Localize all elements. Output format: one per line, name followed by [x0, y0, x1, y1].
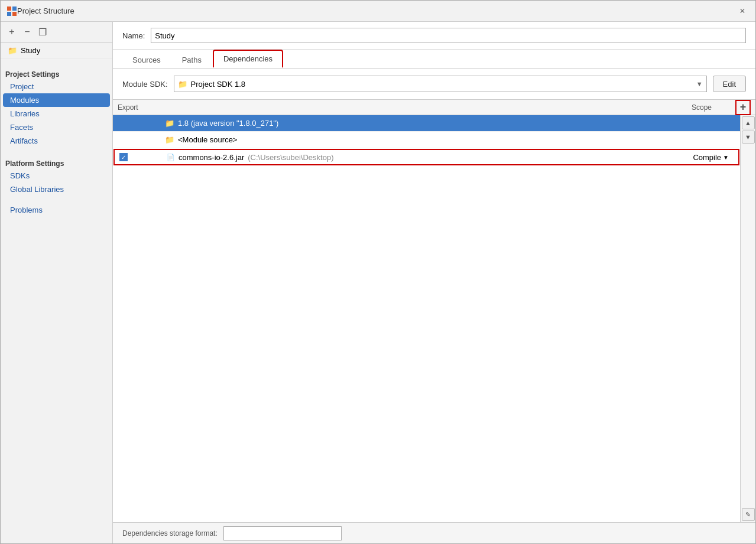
dep-list: 📁 1.8 (java version "1.8.0_271") 📁 [113, 115, 740, 522]
edit-dep-button[interactable]: ✎ [742, 508, 755, 521]
scope-chevron-icon: ▼ [723, 154, 729, 161]
bottom-bar: Dependencies storage format: [113, 522, 755, 543]
sidebar-item-artifacts[interactable]: Artifacts [1, 134, 112, 148]
svg-rect-3 [12, 12, 17, 16]
storage-format-input[interactable] [223, 526, 342, 540]
platform-settings-section: Platform Settings [1, 155, 112, 169]
dep-scope-cell[interactable]: Compile ▼ [663, 153, 734, 162]
sidebar-item-sdks[interactable]: SDKs [1, 169, 112, 183]
sidebar-toolbar: + − ❐ [1, 22, 112, 43]
dep-name-cell: 📁 <Module source> [165, 135, 664, 144]
add-dependency-button[interactable]: + [735, 100, 751, 115]
dep-sidebar-buttons: ▲ ▼ ✎ [740, 115, 755, 522]
sidebar-item-global-libraries[interactable]: Global Libraries [1, 183, 112, 196]
dep-jar-icon: 📄 [167, 154, 175, 161]
bottom-label: Dependencies storage format: [122, 529, 218, 538]
dep-header-scope: Scope [664, 103, 735, 112]
move-up-button[interactable]: ▲ [742, 116, 755, 129]
sidebar-item-libraries[interactable]: Libraries [1, 107, 112, 120]
main-content: + − ❐ 📁 Study Project Settings Project M… [1, 22, 755, 543]
sidebar-divider-3 [1, 196, 112, 203]
sidebar-item-modules[interactable]: Modules [3, 93, 110, 107]
sdk-row: Module SDK: 📁 Project SDK 1.8 ▼ Edit [113, 76, 755, 99]
sidebar-item-project[interactable]: Project [1, 80, 112, 93]
sidebar-divider-2 [1, 148, 112, 155]
svg-rect-0 [7, 6, 11, 11]
dep-folder-icon: 📁 [165, 135, 174, 144]
tab-paths[interactable]: Paths [172, 51, 212, 68]
sdk-folder-icon: 📁 [178, 80, 187, 89]
title-bar-text: Project Structure [17, 6, 735, 15]
tab-sources[interactable]: Sources [122, 51, 171, 68]
module-folder-icon: 📁 [8, 45, 17, 55]
dep-folder-icon: 📁 [165, 119, 174, 128]
remove-module-button[interactable]: − [21, 25, 34, 38]
module-item-study[interactable]: 📁 Study [1, 43, 112, 58]
project-structure-window: Project Structure × + − ❐ 📁 Study Projec… [0, 0, 756, 544]
svg-rect-1 [12, 6, 17, 11]
add-module-button[interactable]: + [5, 25, 18, 38]
dependencies-table: Export Scope + 📁 1.8 (java [113, 99, 755, 522]
close-button[interactable]: × [735, 4, 749, 18]
sdk-label: Module SDK: [122, 80, 168, 89]
dep-header-export: Export [118, 103, 165, 112]
sdk-select-inner: 📁 Project SDK 1.8 [178, 80, 246, 89]
panel-content: Module SDK: 📁 Project SDK 1.8 ▼ Edit Ex [113, 69, 755, 522]
sdk-select[interactable]: 📁 Project SDK 1.8 ▼ [174, 76, 707, 92]
sidebar-divider-1 [1, 58, 112, 66]
move-down-button[interactable]: ▼ [742, 131, 755, 144]
sidebar-item-facets[interactable]: Facets [1, 120, 112, 134]
title-bar: Project Structure × [1, 1, 755, 22]
sidebar-item-problems[interactable]: Problems [1, 203, 112, 217]
sdk-chevron-icon: ▼ [696, 80, 703, 87]
dep-path-text: (C:\Users\subei\Desktop) [248, 153, 333, 162]
name-input[interactable] [151, 28, 746, 43]
project-settings-section: Project Settings [1, 66, 112, 80]
scope-dropdown[interactable]: Compile ▼ [693, 153, 729, 162]
module-item-label: Study [21, 46, 40, 55]
dep-export-cell [119, 153, 167, 161]
sidebar: + − ❐ 📁 Study Project Settings Project M… [1, 22, 113, 543]
dep-panel-wrapper: 📁 1.8 (java version "1.8.0_271") 📁 [113, 115, 755, 522]
edit-sdk-button[interactable]: Edit [713, 76, 746, 92]
name-label: Name: [122, 31, 145, 40]
table-row[interactable]: 📁 <Module source> [113, 132, 740, 148]
svg-rect-2 [7, 12, 11, 16]
right-panel: Name: Sources Paths Dependencies Mo [113, 22, 755, 543]
dep-name-cell: 📄 commons-io-2.6.jar (C:\Users\subei\Des… [167, 153, 663, 162]
table-row[interactable]: 📄 commons-io-2.6.jar (C:\Users\subei\Des… [113, 149, 739, 165]
table-row[interactable]: 📁 1.8 (java version "1.8.0_271") [113, 115, 740, 132]
tab-dependencies[interactable]: Dependencies [213, 50, 283, 68]
export-checkbox[interactable] [119, 153, 128, 161]
tabs-bar: Sources Paths Dependencies [113, 50, 755, 69]
copy-module-button[interactable]: ❐ [36, 25, 49, 38]
dep-table-header: Export Scope + [113, 100, 755, 115]
dep-name-cell: 📁 1.8 (java version "1.8.0_271") [165, 119, 664, 128]
name-bar: Name: [113, 22, 755, 50]
app-logo [7, 6, 17, 17]
